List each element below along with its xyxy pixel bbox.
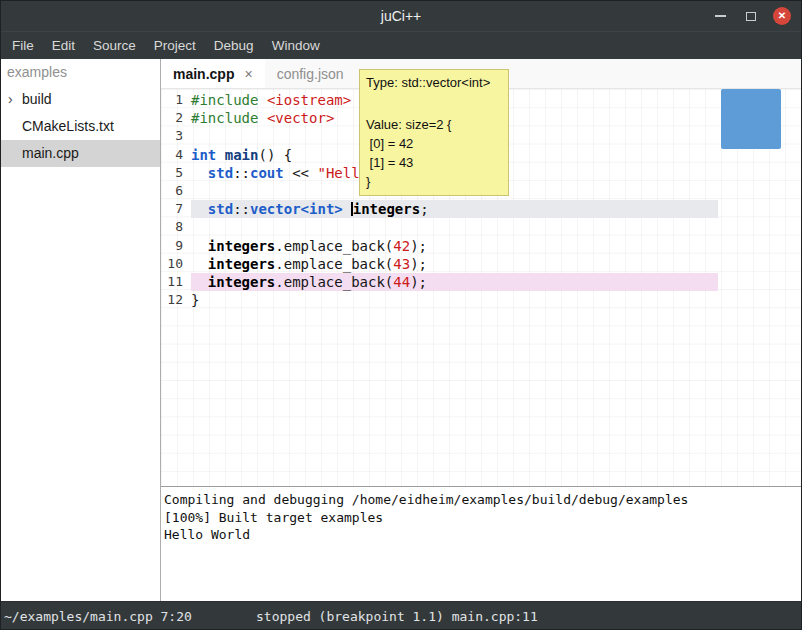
code-token: <iostream>	[267, 92, 351, 108]
restore-button[interactable]	[742, 7, 760, 25]
code-token: cout	[250, 165, 284, 181]
code-token: integers	[208, 274, 275, 290]
close-icon: ✕	[778, 11, 786, 21]
tooltip-value-line: }	[366, 172, 502, 191]
minimize-button[interactable]	[711, 7, 729, 25]
code-token: #include	[191, 110, 258, 126]
tab-label: main.cpp	[173, 66, 234, 82]
code-token	[216, 147, 224, 163]
menubar: FileEditSourceProjectDebugWindow	[1, 31, 801, 59]
code-token: #include	[191, 92, 258, 108]
sidebar-item-main-cpp[interactable]: main.cpp	[1, 140, 160, 167]
tab-config-json[interactable]: config.json	[265, 59, 356, 88]
editor-line-10[interactable]: 10 integers.emplace_back(43);	[161, 255, 718, 273]
editor-line-8[interactable]: 8	[161, 218, 718, 236]
editor-line-12[interactable]: 12}	[161, 291, 718, 309]
line-number[interactable]: 9	[161, 237, 191, 255]
status-debug-state: stopped (breakpoint 1.1) main.cpp:11	[256, 609, 538, 624]
juci-window: juCi++ ✕ FileEditSourceProjectDebugWindo…	[0, 0, 802, 630]
sidebar-item-label: main.cpp	[22, 145, 79, 161]
code-token	[191, 256, 208, 272]
window-controls: ✕	[711, 1, 791, 31]
code-token: );	[410, 274, 427, 290]
tab-label: config.json	[277, 66, 344, 82]
code-line: integers.emplace_back(43);	[191, 255, 718, 273]
close-tab-icon[interactable]: ×	[244, 66, 252, 82]
expander-chevron-icon[interactable]: ›	[8, 86, 13, 113]
line-number[interactable]: 12	[161, 291, 191, 309]
terminal-line: Hello World	[164, 526, 801, 544]
code-token: ::	[233, 165, 250, 181]
line-number[interactable]: 4	[161, 146, 191, 164]
editor-line-11[interactable]: 11 integers.emplace_back(44);	[161, 273, 718, 291]
statusbar: ~/examples/main.cpp 7:20 stopped (breakp…	[1, 601, 801, 630]
code-token	[191, 238, 208, 254]
tooltip-value-line: Value: size=2 {	[366, 115, 502, 134]
editor-line-9[interactable]: 9 integers.emplace_back(42);	[161, 237, 718, 255]
code-token: int	[309, 201, 334, 217]
project-name: examples	[1, 59, 160, 86]
code-token: ;	[420, 201, 428, 217]
code-token: integers	[208, 238, 275, 254]
code-token: ::	[233, 201, 250, 217]
minimize-icon	[715, 15, 726, 17]
code-line	[191, 218, 718, 236]
menu-item-project[interactable]: Project	[145, 32, 205, 60]
menu-item-window[interactable]: Window	[263, 32, 329, 60]
line-number[interactable]: 8	[161, 218, 191, 236]
line-number[interactable]: 5	[161, 164, 191, 182]
code-line: integers.emplace_back(42);	[191, 237, 718, 255]
code-token	[191, 201, 208, 217]
code-token	[258, 110, 266, 126]
menu-item-edit[interactable]: Edit	[43, 32, 84, 60]
menu-item-debug[interactable]: Debug	[205, 32, 263, 60]
code-token: );	[410, 238, 427, 254]
code-token: 42	[393, 238, 410, 254]
titlebar[interactable]: juCi++ ✕	[1, 1, 801, 31]
editor-line-7[interactable]: 7 std::vector<int> integers;	[161, 200, 718, 218]
code-token: <vector>	[267, 110, 334, 126]
file-tree-sidebar: examples ›buildCMakeLists.txtmain.cpp	[1, 59, 161, 601]
line-number[interactable]: 1	[161, 91, 191, 109]
code-token: vector	[250, 201, 301, 217]
code-token: 44	[393, 274, 410, 290]
sidebar-item-cmakelists-txt[interactable]: CMakeLists.txt	[1, 113, 160, 140]
sidebar-item-build[interactable]: ›build	[1, 86, 160, 113]
status-file-position: ~/examples/main.cpp 7:20	[4, 609, 192, 624]
tooltip-value-line: [1] = 43	[366, 153, 502, 172]
code-token	[191, 165, 208, 181]
terminal-line: Compiling and debugging /home/eidheim/ex…	[164, 491, 801, 509]
code-token: .emplace_back(	[275, 274, 393, 290]
line-number[interactable]: 3	[161, 127, 191, 145]
code-token: int	[191, 147, 216, 163]
line-number[interactable]: 2	[161, 109, 191, 127]
code-token: );	[410, 256, 427, 272]
code-token: >	[334, 201, 342, 217]
menu-item-file[interactable]: File	[3, 32, 43, 60]
tooltip-type-text: Type: std::vector<int>	[366, 74, 502, 91]
close-button[interactable]: ✕	[773, 7, 791, 25]
debug-value-tooltip: Type: std::vector<int> Value: size=2 { […	[359, 69, 509, 196]
line-number[interactable]: 7	[161, 200, 191, 218]
code-line: }	[191, 291, 718, 309]
file-tree: ›buildCMakeLists.txtmain.cpp	[1, 86, 160, 167]
code-token: .emplace_back(	[275, 256, 393, 272]
line-number[interactable]: 6	[161, 182, 191, 200]
code-token: <<	[284, 165, 318, 181]
tab-main-cpp[interactable]: main.cpp×	[161, 59, 265, 88]
menu-item-source[interactable]: Source	[84, 32, 145, 60]
sidebar-item-label: build	[22, 91, 52, 107]
code-token: .emplace_back(	[275, 238, 393, 254]
window-title: juCi++	[381, 8, 421, 24]
code-token: std	[208, 201, 233, 217]
output-terminal[interactable]: Compiling and debugging /home/eidheim/ex…	[161, 486, 801, 601]
restore-icon	[746, 12, 756, 21]
code-token	[191, 274, 208, 290]
line-number[interactable]: 11	[161, 273, 191, 291]
tooltip-value-line: [0] = 42	[366, 134, 502, 153]
code-token: integers	[353, 201, 420, 217]
code-token: integers	[208, 256, 275, 272]
line-number[interactable]: 10	[161, 255, 191, 273]
editor-scrollbar-thumb[interactable]	[721, 89, 781, 149]
tooltip-value-block: Value: size=2 { [0] = 42 [1] = 43}	[366, 115, 502, 191]
